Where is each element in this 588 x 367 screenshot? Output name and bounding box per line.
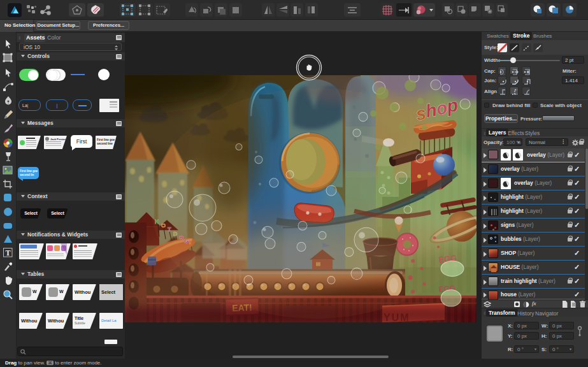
svg-text:T: T — [5, 248, 10, 257]
